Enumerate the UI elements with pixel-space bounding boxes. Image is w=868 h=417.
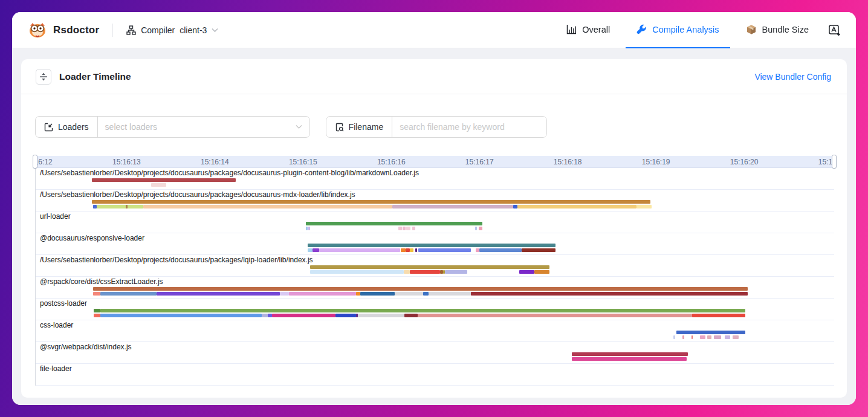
- timeline-bar-segment[interactable]: [692, 314, 745, 317]
- timeline-bar-segment[interactable]: [126, 205, 128, 208]
- timeline-bar-segment[interactable]: [673, 335, 675, 339]
- timeline-bar-segment[interactable]: [306, 222, 482, 225]
- timeline-bar-segment[interactable]: [418, 248, 470, 252]
- timeline-bar-segment[interactable]: [289, 292, 356, 296]
- timeline-bar-segment[interactable]: [412, 227, 415, 230]
- timeline-bar-segment[interactable]: [676, 331, 745, 334]
- timeline-row-label: file-loader: [36, 364, 834, 373]
- timeline-bar-segment[interactable]: [418, 314, 692, 317]
- filename-filter-addon: Filename: [326, 117, 393, 137]
- filename-search-input[interactable]: [392, 117, 546, 137]
- timeline-bar-segment[interactable]: [313, 248, 319, 252]
- timeline-row-label: css-loader: [36, 321, 834, 330]
- timeline-bar-segment[interactable]: [572, 357, 687, 361]
- timeline-bar-segment[interactable]: [410, 248, 413, 252]
- chevron-down-icon: [212, 28, 218, 33]
- timeline-bar-segment[interactable]: [100, 292, 157, 296]
- timeline-bar-segment[interactable]: [519, 270, 534, 274]
- timeline-bar-segment[interactable]: [445, 270, 467, 274]
- time-axis[interactable]: 15:16:1215:16:1315:16:1415:16:1515:16:16…: [35, 156, 834, 168]
- timeline-bar-segment[interactable]: [403, 227, 405, 230]
- timeline-bar-segment[interactable]: [92, 200, 650, 204]
- timeline-bar-segment[interactable]: [94, 314, 100, 317]
- timeline-bar-segment[interactable]: [513, 205, 517, 208]
- timeline-bar-segment[interactable]: [93, 287, 748, 291]
- timeline-bar-segment[interactable]: [395, 292, 423, 296]
- timeline-bar-segment[interactable]: [93, 205, 97, 208]
- loaders-filter-group: Loaders select loaders: [35, 116, 310, 138]
- nav-tab-compile-analysis[interactable]: Compile Analysis: [626, 12, 730, 48]
- timeline-bar-segment[interactable]: [335, 314, 356, 317]
- timeline-bar-segment[interactable]: [392, 205, 513, 208]
- timeline-bar-segment[interactable]: [406, 227, 410, 230]
- timeline-bar-segment[interactable]: [475, 227, 477, 230]
- view-bundler-config-link[interactable]: View Bundler Config: [754, 72, 831, 82]
- timeline-bar-segment[interactable]: [410, 270, 440, 274]
- timeline-bar-segment[interactable]: [262, 314, 268, 317]
- timeline-bar-segment[interactable]: [358, 314, 404, 317]
- timeline-bar-segment[interactable]: [733, 335, 739, 339]
- timeline-bar-segment[interactable]: [93, 292, 100, 296]
- timeline-bar-segment[interactable]: [522, 248, 555, 252]
- timeline-bar-segment[interactable]: [423, 292, 429, 296]
- timeline-bar-segment[interactable]: [682, 335, 684, 339]
- timeline-bar-segment[interactable]: [534, 270, 549, 274]
- timeline-bar-segment[interactable]: [404, 314, 418, 317]
- nav-tab-bundle-size[interactable]: Bundle Size: [735, 12, 820, 48]
- app-header: Rsdoctor Compiler client-3: [12, 12, 856, 48]
- timeline-row-track: [36, 178, 834, 183]
- timeline-bar-segment[interactable]: [404, 270, 410, 274]
- timeline-zoom-handle-left[interactable]: [33, 155, 37, 169]
- timeline-bar-segment[interactable]: [308, 227, 310, 230]
- timeline-bar-segment[interactable]: [310, 265, 549, 269]
- timeline-bar-segment[interactable]: [401, 248, 405, 252]
- loader-timeline-chart: 15:16:1215:16:1315:16:1415:16:1515:16:16…: [35, 156, 834, 386]
- timeline-bar-segment[interactable]: [319, 248, 400, 252]
- timeline-bar-segment[interactable]: [272, 314, 335, 317]
- timeline-bar-segment[interactable]: [398, 227, 402, 230]
- timeline-bar-segment[interactable]: [415, 248, 417, 252]
- timeline-bar-segment[interactable]: [100, 309, 745, 312]
- timeline-bar-segment[interactable]: [479, 248, 522, 252]
- loaders-select[interactable]: select loaders: [98, 117, 309, 137]
- compiler-selector[interactable]: Compiler client-3: [126, 25, 218, 35]
- timeline-bar-segment[interactable]: [572, 352, 687, 356]
- timeline-bar-segment[interactable]: [356, 292, 360, 296]
- filters-bar: Loaders select loaders: [21, 94, 847, 138]
- timeline-bar-segment[interactable]: [429, 292, 471, 296]
- timeline-bar-segment[interactable]: [517, 205, 636, 208]
- timeline-bar-segment[interactable]: [308, 248, 313, 252]
- timeline-bar-segment[interactable]: [306, 227, 308, 230]
- nav-tab-label: Bundle Size: [762, 25, 809, 34]
- timeline-bar-segment[interactable]: [151, 183, 166, 187]
- timeline-bar-segment[interactable]: [143, 205, 392, 208]
- timeline-bar-segment[interactable]: [636, 205, 652, 208]
- timeline-bar-segment[interactable]: [406, 248, 410, 252]
- sitemap-icon: [126, 25, 136, 35]
- timeline-bar-segment[interactable]: [97, 205, 143, 208]
- timeline-row-label: @docusaurus/responsive-loader: [36, 234, 834, 243]
- timeline-bar-segment[interactable]: [310, 270, 404, 274]
- timeline-bar-segment[interactable]: [308, 244, 555, 247]
- timeline-bar-segment[interactable]: [157, 292, 280, 296]
- loaders-filter-label: Loaders: [58, 122, 89, 132]
- timeline-bar-segment[interactable]: [94, 309, 100, 312]
- rsdoctor-logo: Rsdoctor: [28, 21, 99, 39]
- timeline-bar-segment[interactable]: [691, 335, 693, 339]
- timeline-bar-segment[interactable]: [268, 314, 272, 317]
- timeline-bar-segment[interactable]: [471, 292, 748, 296]
- timeline-bar-segment[interactable]: [725, 335, 730, 339]
- nav-tab-overall[interactable]: Overall: [555, 12, 621, 48]
- timeline-bar-segment[interactable]: [714, 335, 721, 339]
- timeline-bar-segment[interactable]: [479, 227, 482, 230]
- timeline-zoom-handle-right[interactable]: [832, 155, 837, 169]
- timeline-bar-segment[interactable]: [360, 292, 395, 296]
- timeline-bar-segment[interactable]: [280, 292, 289, 296]
- timeline-bar-segment[interactable]: [700, 335, 705, 339]
- timeline-bar-segment[interactable]: [100, 314, 262, 317]
- timeline-bar-segment[interactable]: [92, 178, 236, 182]
- loader-timeline-panel: Loader Timeline View Bundler Config Load…: [21, 59, 847, 398]
- translate-icon[interactable]: [828, 24, 841, 37]
- timeline-row-label: @svgr/webpack/dist/index.js: [36, 343, 834, 352]
- timeline-bar-segment[interactable]: [707, 335, 711, 339]
